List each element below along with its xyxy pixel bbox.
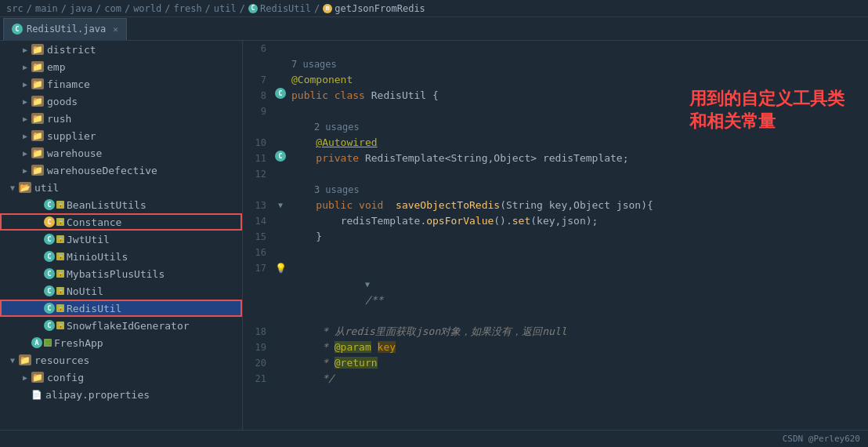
code-editor-wrapper: 6 7 usages 7 @Component	[243, 41, 868, 430]
usage-hint: 7 usages	[288, 56, 337, 72]
credit-text: CSDN @Perley620	[783, 434, 860, 444]
item-label: FreshApp	[54, 337, 103, 349]
line-number: 21	[243, 371, 273, 387]
code-editor[interactable]: 6 7 usages 7 @Component	[243, 41, 868, 387]
folder-icon: 📁	[31, 130, 44, 141]
usage-hint-line: 7 usages	[243, 56, 868, 72]
arrow-icon: ▶	[19, 63, 31, 71]
item-label: RedisUtil	[67, 303, 121, 314]
arrow-icon: ▶	[19, 149, 31, 158]
arrow-icon: ▶	[19, 97, 31, 106]
sidebar-item-alipay[interactable]: ▶ 📄 alipay.properties	[0, 386, 242, 403]
sidebar-item-noutil[interactable]: ▶ C 🔒 NoUtil	[0, 282, 242, 300]
item-label: district	[47, 44, 96, 56]
line-code: * @return	[288, 355, 378, 371]
code-line: 8 C public class RedisUtil {	[243, 88, 868, 104]
sidebar-item-supplier[interactable]: ▶ 📁 supplier	[0, 127, 242, 144]
bc-util[interactable]: util	[214, 3, 237, 14]
arrow-icon: ▶	[19, 114, 31, 123]
line-number: 8	[243, 88, 273, 104]
sidebar-item-snowflakeidgenerator[interactable]: ▶ C 🔒 SnowflakeIdGenerator	[0, 317, 242, 334]
line-number: 7	[243, 72, 273, 88]
sidebar-item-warehouse[interactable]: ▶ 📁 warehouse	[0, 144, 242, 162]
arrow-spacer: ▶	[19, 339, 31, 347]
sidebar-item-warehousedefective[interactable]: ▶ 📁 warehouseDefective	[0, 162, 242, 179]
arrow-spacer: ▶	[31, 322, 44, 330]
code-line: 12	[243, 166, 868, 182]
bc-method-icon: m	[323, 4, 332, 13]
line-code: }	[288, 229, 322, 245]
folder-icon: 📂	[19, 182, 31, 193]
arrow-spacer: ▶	[31, 235, 44, 244]
bc-redisutil[interactable]: RedisUtil	[260, 3, 311, 14]
code-line: 10 @Autowired	[243, 135, 868, 151]
arrow-icon: ▶	[19, 132, 31, 140]
bc-main[interactable]: main	[35, 3, 58, 14]
bc-src[interactable]: src	[6, 3, 24, 14]
code-content: 6 7 usages 7 @Component	[243, 41, 868, 387]
fold-arrow-icon[interactable]: ▼	[278, 198, 283, 213]
code-line: 15 }	[243, 229, 868, 245]
class-icon: A	[31, 337, 42, 348]
item-label: supplier	[47, 130, 96, 142]
sidebar-item-rush[interactable]: ▶ 📁 rush	[0, 110, 242, 127]
bc-fresh[interactable]: fresh	[173, 3, 201, 14]
line-code: redisTemplate.opsForValue().set(key,json…	[288, 213, 598, 229]
sidebar-item-finamce[interactable]: ▶ 📁 finamce	[0, 75, 242, 93]
item-label: warehouseDefective	[47, 165, 157, 176]
sidebar-item-goods[interactable]: ▶ 📁 goods	[0, 93, 242, 110]
code-line: 14 redisTemplate.opsForValue().set(key,j…	[243, 213, 868, 229]
folder-icon: 📁	[31, 113, 44, 124]
arrow-spacer: ▶	[31, 287, 44, 296]
tab-close[interactable]: ✕	[113, 24, 118, 35]
usage-hint-line: 2 usages	[243, 119, 868, 135]
sidebar-item-district[interactable]: ▶ 📁 district	[0, 41, 242, 58]
code-line: 11 C private RedisTemplate<String,Object…	[243, 151, 868, 166]
sidebar-item-resources[interactable]: ▼ 📁 resources	[0, 351, 242, 369]
line-code: ▼ /**	[288, 260, 383, 324]
line-number: 9	[243, 104, 273, 119]
lock-icon: 🌿	[44, 339, 52, 347]
bc-world[interactable]: world	[133, 3, 161, 14]
line-code: */	[288, 371, 335, 387]
lock-icon: 🔒	[56, 235, 64, 243]
tab-class-icon: C	[12, 24, 23, 35]
code-line: 19 * @param key	[243, 340, 868, 355]
bc-method[interactable]: getJsonFromRedis	[335, 3, 425, 14]
bc-java[interactable]: java	[70, 3, 92, 14]
sidebar-item-emp[interactable]: ▶ 📁 emp	[0, 58, 242, 75]
lock-icon: 🔒	[56, 304, 64, 312]
class-marker-icon: C	[275, 88, 286, 99]
main-layout: ▶ 📁 district ▶ 📁 emp ▶ 📁 finamce ▶ 📁 goo…	[0, 41, 868, 430]
line-number: 19	[243, 340, 273, 355]
sidebar-item-freshapp[interactable]: ▶ A 🌿 FreshApp	[0, 334, 242, 351]
line-number: 20	[243, 355, 273, 371]
sidebar-item-util[interactable]: ▼ 📂 util	[0, 179, 242, 196]
item-label: goods	[47, 96, 78, 107]
item-label: BeanListUtils	[67, 199, 146, 211]
sidebar-item-mybatisplusutils[interactable]: ▶ C 🔒 MybatisPlusUtils	[0, 265, 242, 282]
line-number: 10	[243, 135, 273, 151]
lock-icon: 🔒	[56, 253, 64, 260]
bulb-icon[interactable]: 💡	[275, 260, 287, 276]
sidebar-item-beanlistutils[interactable]: ▶ C 🔒 BeanListUtils	[0, 196, 242, 213]
field-marker-icon: C	[275, 151, 286, 162]
item-label: JwtUtil	[67, 234, 110, 245]
sidebar-item-config[interactable]: ▶ 📁 config	[0, 369, 242, 386]
sidebar-item-redisutil[interactable]: ▶ C 🔒 RedisUtil	[0, 300, 242, 317]
code-line: 17 💡 ▼ /**	[243, 260, 868, 324]
arrow-spacer: ▶	[31, 218, 44, 227]
arrow-icon: ▶	[19, 373, 31, 382]
item-label: SnowflakeIdGenerator	[67, 320, 190, 332]
bc-com[interactable]: com	[104, 3, 121, 14]
lock-icon: 🔒	[56, 287, 64, 295]
sidebar-item-jwtutil[interactable]: ▶ C 🔒 JwtUtil	[0, 231, 242, 248]
line-gutter: 💡	[273, 260, 288, 276]
sidebar-item-constance[interactable]: ▶ C 🔒 Constance	[0, 213, 242, 231]
line-number: 18	[243, 324, 273, 340]
sidebar-item-miniutils[interactable]: ▶ C 🔒 MinioUtils	[0, 248, 242, 265]
folder-icon: 📁	[31, 44, 44, 55]
fold-arrow-inline-icon[interactable]: ▼	[365, 280, 370, 289]
tab-redisutil[interactable]: C RedisUtil.java ✕	[3, 18, 127, 40]
arrow-spacer: ▶	[19, 391, 31, 399]
